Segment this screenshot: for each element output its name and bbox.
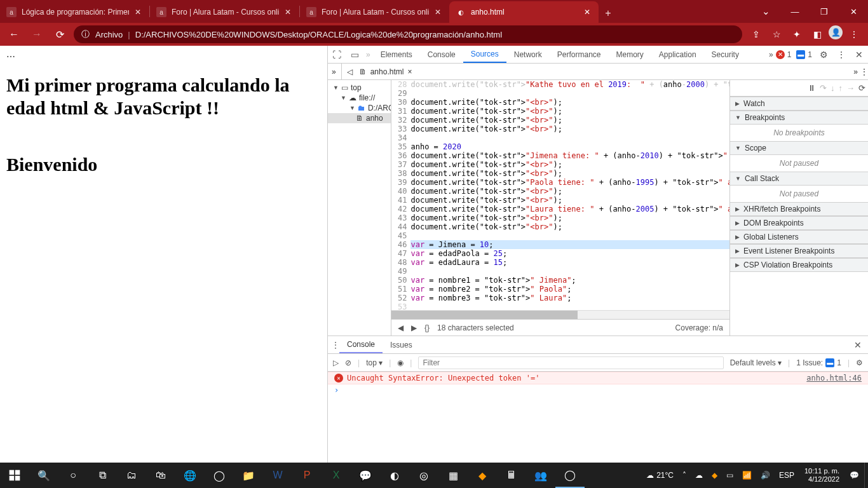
step-into-icon[interactable]: ↓	[831, 83, 835, 93]
chrome-taskbar-icon[interactable]: ◯	[205, 463, 234, 488]
devtools-settings-icon[interactable]: ⚙	[815, 50, 832, 60]
console-body[interactable]: ✕ Uncaught SyntaxError: Unexpected token…	[328, 372, 868, 463]
more-tabs-left-icon[interactable]: »	[363, 50, 373, 59]
drawer-close-icon[interactable]: ✕	[848, 340, 868, 350]
sublime-icon[interactable]: ◆	[468, 463, 497, 488]
nav-file-origin[interactable]: ▼☁file://	[328, 93, 391, 103]
nav-pane-toggle-icon[interactable]: »	[332, 67, 336, 76]
browser-tab-0[interactable]: aLógica de programación: Primero✕	[0, 1, 149, 23]
horizontal-scrollbar[interactable]	[391, 310, 729, 319]
code-editor[interactable]: 2829303132333435363738394041424344454647…	[391, 80, 729, 310]
nav-file-anho[interactable]: 🗎anho	[328, 113, 391, 123]
forward-button[interactable]: →	[28, 25, 46, 43]
battery-icon[interactable]: ▭	[722, 463, 737, 488]
tab-close-icon[interactable]: ✕	[433, 7, 443, 17]
issue-indicator[interactable]: ▬ 1	[794, 50, 815, 59]
tray-app-icon[interactable]: ◆	[708, 463, 721, 488]
xhr-breakpoints-section[interactable]: ▶XHR/fetch Breakpoints	[730, 202, 868, 216]
teams-icon[interactable]: 👥	[526, 463, 555, 488]
chrome-active-icon[interactable]: ◯	[555, 463, 585, 488]
devtools-tab-security[interactable]: Security	[704, 46, 747, 63]
console-error-row[interactable]: ✕ Uncaught SyntaxError: Unexpected token…	[328, 372, 868, 384]
drawer-tab-console[interactable]: Console	[339, 336, 383, 353]
devtools-close-icon[interactable]: ✕	[850, 50, 868, 60]
onedrive-icon[interactable]: ☁	[691, 463, 707, 488]
store-icon[interactable]: 🛍	[146, 463, 175, 488]
reading-list-icon[interactable]: ◧	[808, 25, 826, 43]
chrome-menu-icon[interactable]: ⋮	[845, 25, 863, 43]
sources-more-icon[interactable]: ⋮	[860, 67, 868, 76]
pause-icon[interactable]: ⏸	[808, 83, 816, 93]
global-listeners-section[interactable]: ▶Global Listeners	[730, 230, 868, 244]
step-icon[interactable]: →	[846, 83, 855, 93]
excel-icon[interactable]: X	[322, 463, 351, 488]
tab-close-icon[interactable]: ✕	[582, 7, 592, 17]
steam-icon[interactable]: ◐	[380, 463, 409, 488]
watch-section[interactable]: ▶Watch	[730, 97, 868, 111]
csp-bp-section[interactable]: ▶CSP Violation Breakpoints	[730, 258, 868, 272]
start-button[interactable]	[0, 463, 29, 488]
live-expression-icon[interactable]: ◉	[397, 358, 403, 367]
error-indicator[interactable]: ✕ 1	[773, 50, 794, 59]
issues-link[interactable]: 1 Issue: ▬ 1	[796, 358, 841, 367]
browser-tab-3[interactable]: ◐anho.html✕	[449, 1, 599, 23]
notifications-icon[interactable]: 💬	[846, 463, 863, 488]
reload-button[interactable]: ⟳	[51, 25, 69, 43]
clear-console-icon[interactable]: ⊘	[345, 358, 351, 367]
scope-section[interactable]: ▼Scope	[730, 141, 868, 155]
share-icon[interactable]: ⇪	[747, 25, 765, 43]
address-bar[interactable]: ⓘ Archivo | D:/ARCHIVOS%20DE%20WINDOWS/D…	[74, 25, 742, 43]
devtools-tab-application[interactable]: Application	[651, 46, 704, 63]
console-filter-input[interactable]	[418, 356, 723, 369]
close-button[interactable]: ✕	[839, 0, 868, 23]
discord-icon[interactable]: 💬	[351, 463, 380, 488]
wifi-icon[interactable]: 📶	[738, 463, 756, 488]
tab-close-icon[interactable]: ✕	[133, 7, 143, 17]
status-right-icon[interactable]: ▶	[411, 323, 417, 332]
language-indicator[interactable]: ESP	[775, 463, 798, 488]
console-sidebar-icon[interactable]: ▷	[333, 358, 339, 367]
devtools-tab-console[interactable]: Console	[420, 46, 463, 63]
chevron-down-icon[interactable]: ⌄	[751, 0, 780, 23]
more-file-tabs-icon[interactable]: »	[853, 67, 858, 76]
back-button[interactable]: ←	[5, 25, 23, 43]
site-info-icon[interactable]: ⓘ	[80, 29, 90, 40]
volume-icon[interactable]: 🔊	[757, 463, 774, 488]
minimize-button[interactable]: —	[780, 0, 810, 23]
app-icon-1[interactable]: ◎	[409, 463, 438, 488]
clock[interactable]: 10:11 p. m. 4/12/2022	[799, 467, 844, 483]
task-view-icon[interactable]: ⧉	[88, 463, 117, 488]
browser-tab-1[interactable]: aForo | Alura Latam - Cursos onlin✕	[150, 1, 299, 23]
devtools-tab-elements[interactable]: Elements	[373, 46, 420, 63]
context-dropdown[interactable]: top ▾	[366, 358, 383, 367]
devtools-tab-memory[interactable]: Memory	[609, 46, 651, 63]
extensions-icon[interactable]: ✦	[788, 25, 806, 43]
cortana-icon[interactable]: ○	[58, 463, 88, 488]
more-tabs-icon[interactable]: »	[769, 50, 773, 59]
nav-top[interactable]: ▼▭top	[328, 83, 391, 93]
profile-avatar[interactable]: 👤	[829, 25, 843, 39]
inspect-element-icon[interactable]: ⛶	[328, 50, 346, 60]
step-out-icon[interactable]: ↑	[839, 83, 843, 93]
maximize-button[interactable]: ❐	[810, 0, 839, 23]
bookmark-star-icon[interactable]: ☆	[768, 25, 785, 43]
drawer-tab-issues[interactable]: Issues	[383, 336, 420, 353]
devtools-menu-icon[interactable]: ⋮	[832, 50, 850, 60]
callstack-section[interactable]: ▼Call Stack	[730, 172, 868, 186]
calculator-icon[interactable]: 🖩	[497, 463, 526, 488]
tab-close-icon[interactable]: ✕	[283, 7, 293, 17]
log-level-dropdown[interactable]: Default levels ▾	[730, 358, 782, 367]
pretty-print-icon[interactable]: {}	[424, 323, 430, 332]
devtools-tab-network[interactable]: Network	[506, 46, 550, 63]
console-prompt[interactable]: ›	[328, 384, 868, 396]
browser-tab-2[interactable]: aForo | Alura Latam - Cursos onlin✕	[300, 1, 449, 23]
explorer-icon[interactable]: 🗂	[117, 463, 146, 488]
status-left-icon[interactable]: ◀	[398, 323, 403, 332]
search-icon[interactable]: 🔍	[29, 463, 58, 488]
device-toolbar-icon[interactable]: ▭	[346, 50, 363, 60]
code-content[interactable]: document.write("tok-str">"Kathe tuvo en …	[410, 80, 729, 310]
folder-icon[interactable]: 📁	[234, 463, 263, 488]
file-tab-close-icon[interactable]: ×	[407, 67, 412, 76]
event-listener-bp-section[interactable]: ▶Event Listener Breakpoints	[730, 244, 868, 258]
show-desktop[interactable]	[864, 463, 868, 488]
